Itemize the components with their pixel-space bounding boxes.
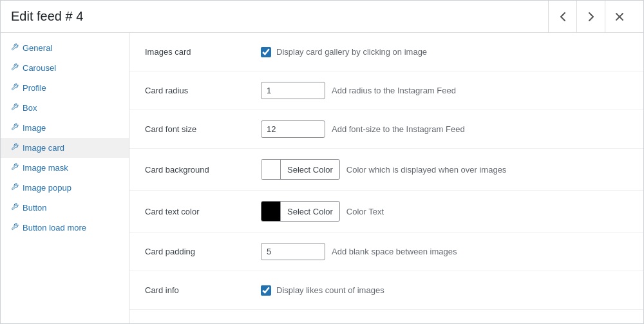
color-swatch: [261, 160, 281, 179]
settings-control: Display likes count of images: [261, 285, 628, 296]
content-area: GeneralCarouselProfileBoxImageImage card…: [1, 33, 643, 323]
color-button-label: Select Color: [281, 204, 339, 220]
titlebar-controls: [548, 1, 633, 33]
sidebar-item-image-card[interactable]: Image card: [1, 138, 129, 158]
sidebar-item-label: Button load more: [23, 223, 86, 233]
settings-row: Card radiusAdd radius to the Instagram F…: [129, 71, 643, 110]
settings-control: Display card gallery by clicking on imag…: [261, 47, 628, 57]
app-window: Edit feed # 4 GeneralCarouselP: [0, 0, 644, 324]
sidebar: GeneralCarouselProfileBoxImageImage card…: [1, 33, 129, 323]
checkbox-description: Display card gallery by clicking on imag…: [276, 47, 427, 57]
wrench-icon: [11, 163, 19, 173]
wrench-icon: [11, 103, 19, 113]
field-description: Add font-size to the Instagram Feed: [332, 124, 465, 134]
color-picker-button[interactable]: Select Color: [261, 201, 340, 222]
sidebar-item-button-load-more[interactable]: Button load more: [1, 218, 129, 238]
number-input[interactable]: [261, 120, 325, 138]
settings-row: Card text colorSelect ColorColor Text: [129, 191, 643, 233]
settings-label: Card text color: [145, 207, 261, 216]
wrench-icon: [11, 203, 19, 213]
field-description: Add blank space between images: [332, 247, 457, 256]
settings-row: Images cardDisplay card gallery by click…: [129, 33, 643, 71]
settings-control: Add font-size to the Instagram Feed: [261, 120, 628, 138]
wrench-icon: [11, 43, 19, 53]
settings-label: Card radius: [145, 86, 261, 95]
color-swatch: [261, 202, 281, 221]
settings-label: Card info: [145, 285, 261, 295]
sidebar-item-label: Image mask: [23, 163, 68, 173]
checkbox-description: Display likes count of images: [276, 285, 384, 295]
settings-label: Images card: [145, 47, 261, 57]
number-input[interactable]: [261, 243, 325, 260]
next-button[interactable]: [576, 1, 605, 33]
settings-control: Add blank space between images: [261, 243, 628, 260]
checkbox-input[interactable]: [261, 47, 271, 57]
window-title: Edit feed # 4: [11, 9, 548, 24]
wrench-icon: [11, 63, 19, 73]
titlebar: Edit feed # 4: [1, 1, 643, 33]
wrench-icon: [11, 123, 19, 133]
settings-control: Add radius to the Instagram Feed: [261, 82, 628, 99]
sidebar-item-carousel[interactable]: Carousel: [1, 58, 129, 78]
sidebar-item-box[interactable]: Box: [1, 98, 129, 118]
settings-row: Card paddingAdd blank space between imag…: [129, 233, 643, 271]
settings-row: Card captionDisplay caption count of ima…: [129, 310, 643, 323]
checkbox-wrapper: Display likes count of images: [261, 285, 384, 296]
wrench-icon: [11, 83, 19, 93]
color-button-label: Select Color: [281, 162, 339, 178]
sidebar-item-label: Button: [23, 203, 47, 213]
settings-control: Select ColorColor which is displayed whe…: [261, 159, 628, 180]
prev-button[interactable]: [548, 1, 576, 33]
sidebar-item-label: General: [23, 43, 52, 53]
sidebar-item-general[interactable]: General: [1, 38, 129, 58]
sidebar-item-button[interactable]: Button: [1, 198, 129, 218]
wrench-icon: [11, 143, 19, 153]
settings-row: Card infoDisplay likes count of images: [129, 271, 643, 310]
color-picker-button[interactable]: Select Color: [261, 159, 340, 180]
sidebar-item-image-mask[interactable]: Image mask: [1, 158, 129, 178]
number-input[interactable]: [261, 82, 325, 99]
settings-control: Select ColorColor Text: [261, 201, 628, 222]
sidebar-item-label: Image: [23, 123, 46, 133]
sidebar-item-label: Carousel: [23, 63, 56, 73]
sidebar-item-label: Image popup: [23, 183, 71, 193]
sidebar-item-image[interactable]: Image: [1, 118, 129, 138]
field-description: Add radius to the Instagram Feed: [332, 86, 456, 95]
sidebar-item-profile[interactable]: Profile: [1, 78, 129, 98]
color-description: Color which is displayed when over image…: [346, 165, 507, 175]
settings-label: Card padding: [145, 247, 261, 256]
sidebar-item-label: Box: [23, 103, 37, 113]
sidebar-item-label: Image card: [23, 143, 64, 153]
settings-row: Card backgroundSelect ColorColor which i…: [129, 149, 643, 191]
sidebar-item-label: Profile: [23, 83, 46, 93]
color-description: Color Text: [346, 207, 384, 216]
settings-label: Card background: [145, 165, 261, 175]
main-panel: Images cardDisplay card gallery by click…: [129, 33, 643, 323]
checkbox-wrapper: Display card gallery by clicking on imag…: [261, 47, 427, 57]
settings-row: Card font sizeAdd font-size to the Insta…: [129, 110, 643, 149]
wrench-icon: [11, 223, 19, 233]
wrench-icon: [11, 183, 19, 193]
sidebar-item-image-popup[interactable]: Image popup: [1, 178, 129, 198]
checkbox-input[interactable]: [261, 285, 271, 296]
settings-label: Card font size: [145, 124, 261, 134]
close-button[interactable]: [605, 1, 633, 33]
